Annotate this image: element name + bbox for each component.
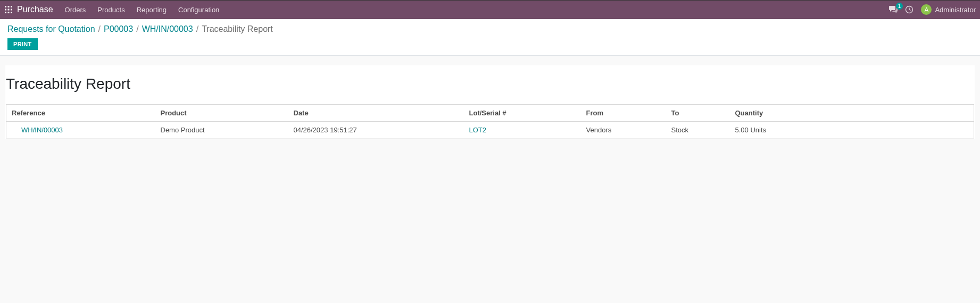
apps-icon[interactable]: [4, 5, 13, 14]
th-date: Date: [288, 105, 464, 122]
breadcrumb-sep: /: [136, 24, 138, 34]
page-title: Traceability Report: [6, 75, 974, 92]
th-reference: Reference: [6, 105, 155, 122]
user-menu[interactable]: A Administrator: [921, 4, 976, 15]
messages-badge: 1: [896, 3, 903, 10]
breadcrumb-sep: /: [98, 24, 101, 34]
avatar: A: [921, 4, 932, 15]
th-to: To: [666, 105, 730, 122]
svg-rect-6: [5, 12, 6, 13]
messages-button[interactable]: 1: [889, 6, 898, 13]
svg-rect-1: [8, 6, 10, 7]
svg-rect-2: [11, 6, 12, 7]
top-navbar: Purchase Orders Products Reporting Confi…: [0, 0, 980, 19]
app-title[interactable]: Purchase: [17, 5, 53, 14]
control-bar: Requests for Quotation / P00003 / WH/IN/…: [0, 19, 980, 56]
nav-right: 1 A Administrator: [889, 4, 976, 15]
reference-link[interactable]: WH/IN/00003: [12, 126, 63, 134]
breadcrumb: Requests for Quotation / P00003 / WH/IN/…: [7, 24, 973, 34]
breadcrumb-transfer[interactable]: WH/IN/00003: [142, 24, 193, 34]
menu-configuration[interactable]: Configuration: [178, 6, 219, 14]
th-from: From: [581, 105, 666, 122]
th-product: Product: [155, 105, 288, 122]
user-name-label: Administrator: [935, 6, 976, 14]
traceability-table: Reference Product Date Lot/Serial # From…: [6, 104, 974, 139]
th-quantity: Quantity: [730, 105, 974, 122]
svg-rect-7: [8, 12, 10, 13]
breadcrumb-current: Traceability Report: [202, 24, 273, 34]
svg-rect-0: [5, 6, 6, 7]
table-row: WH/IN/00003 Demo Product 04/26/2023 19:5…: [6, 122, 974, 139]
menu-orders[interactable]: Orders: [65, 6, 86, 14]
th-lot: Lot/Serial #: [464, 105, 581, 122]
nav-menu: Orders Products Reporting Configuration: [65, 6, 220, 14]
breadcrumb-rfq[interactable]: Requests for Quotation: [7, 24, 95, 34]
cell-lot: LOT2: [464, 122, 581, 139]
svg-rect-3: [5, 9, 6, 11]
lot-link[interactable]: LOT2: [469, 126, 487, 134]
table-header-row: Reference Product Date Lot/Serial # From…: [6, 105, 974, 122]
breadcrumb-po[interactable]: P00003: [104, 24, 133, 34]
cell-date: 04/26/2023 19:51:27: [288, 122, 464, 139]
report-sheet: Traceability Report Reference Product Da…: [5, 65, 975, 139]
print-button[interactable]: PRINT: [7, 38, 38, 50]
menu-products[interactable]: Products: [97, 6, 124, 14]
svg-rect-8: [11, 12, 12, 13]
breadcrumb-sep: /: [196, 24, 198, 34]
cell-product: Demo Product: [155, 122, 288, 139]
svg-rect-4: [8, 9, 10, 11]
menu-reporting[interactable]: Reporting: [137, 6, 167, 14]
cell-from: Vendors: [581, 122, 666, 139]
cell-reference: WH/IN/00003: [6, 122, 155, 139]
activity-icon[interactable]: [905, 5, 913, 14]
cell-to: Stock: [666, 122, 730, 139]
svg-rect-5: [11, 9, 12, 11]
cell-quantity: 5.00 Units: [730, 122, 974, 139]
